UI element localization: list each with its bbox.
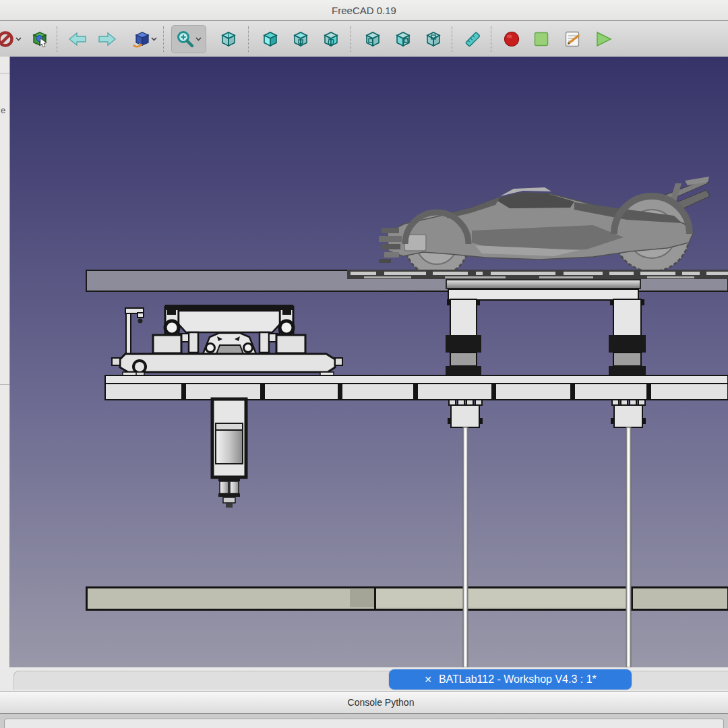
- chevron-down-icon: [195, 36, 202, 41]
- main-toolbar: [0, 21, 728, 57]
- chevron-down-icon: [16, 36, 22, 41]
- python-console-input[interactable]: [4, 719, 724, 728]
- touch-selection-button[interactable]: [28, 26, 51, 53]
- viewport-scene: [10, 57, 728, 667]
- tab-label: BATLab112 - Workshop V4.3 : 1*: [439, 673, 597, 686]
- toolbar-separator: [248, 26, 249, 52]
- isometric-view-button[interactable]: [128, 26, 160, 53]
- macro-play-button[interactable]: [592, 26, 615, 53]
- panel-divider: [0, 384, 9, 385]
- panel-partial-label: e: [1, 105, 5, 115]
- stop-operation-icon: [0, 30, 15, 48]
- view-rear-icon: [363, 30, 382, 49]
- macro-record-icon: [503, 30, 520, 48]
- view-bottom-button[interactable]: [422, 26, 445, 53]
- axonometric-view-button[interactable]: [217, 26, 240, 53]
- nav-back-button[interactable]: [66, 26, 89, 53]
- touch-selection-icon: [31, 30, 49, 48]
- view-bottom-icon: [424, 30, 443, 49]
- macro-stop-icon: [533, 30, 550, 48]
- view-rear-button[interactable]: [361, 26, 384, 53]
- macro-play-icon: [594, 30, 613, 48]
- toolbar-separator: [491, 26, 492, 52]
- view-left-icon: [394, 30, 413, 49]
- console-panel-header[interactable]: Console Python: [0, 691, 728, 714]
- console-panel-title: Console Python: [348, 697, 415, 708]
- nav-forward-icon: [98, 32, 117, 47]
- toolbar-separator: [57, 26, 58, 52]
- viewport-3d[interactable]: [10, 57, 728, 667]
- bottom-platform[interactable]: [86, 587, 728, 609]
- view-front-button[interactable]: [259, 26, 282, 53]
- chevron-down-icon: [151, 36, 157, 41]
- view-left-button[interactable]: [392, 26, 415, 53]
- macro-stop-button[interactable]: [530, 26, 553, 53]
- document-tab-bar: ✕ BATLab112 - Workshop V4.3 : 1*: [0, 667, 728, 691]
- view-right-button[interactable]: [320, 26, 342, 53]
- python-console-panel[interactable]: [0, 714, 728, 728]
- view-top-button[interactable]: [289, 26, 312, 53]
- nav-back-icon: [68, 32, 87, 47]
- stop-operation-button[interactable]: [0, 26, 23, 53]
- lower-beam[interactable]: [105, 375, 728, 400]
- title-bar: FreeCAD 0.19: [0, 0, 728, 21]
- view-top-icon: [291, 30, 310, 49]
- axonometric-cube-icon: [219, 30, 238, 49]
- document-tab-active[interactable]: ✕ BATLab112 - Workshop V4.3 : 1*: [389, 669, 632, 690]
- fit-zoom-button[interactable]: [171, 25, 206, 53]
- fit-zoom-icon: [176, 30, 195, 49]
- isometric-view-icon: [131, 30, 150, 49]
- toolbar-separator: [351, 26, 352, 52]
- window-title: FreeCAD 0.19: [332, 5, 396, 16]
- macro-record-button[interactable]: [500, 26, 523, 53]
- measure-distance-button[interactable]: [461, 26, 484, 53]
- macro-edit-icon: [563, 30, 582, 49]
- toolbar-separator: [163, 26, 164, 52]
- panel-divider: [0, 73, 9, 73]
- freecad-window: FreeCAD 0.19: [0, 0, 728, 728]
- nav-forward-button[interactable]: [96, 26, 119, 53]
- left-dock-panel-edge[interactable]: e: [0, 57, 10, 691]
- tab-close-icon[interactable]: ✕: [424, 674, 432, 685]
- view-right-icon: [322, 30, 340, 49]
- macro-edit-button[interactable]: [561, 26, 584, 53]
- measure-distance-icon: [463, 30, 482, 49]
- toolbar-separator: [452, 26, 453, 52]
- view-front-icon: [261, 30, 280, 49]
